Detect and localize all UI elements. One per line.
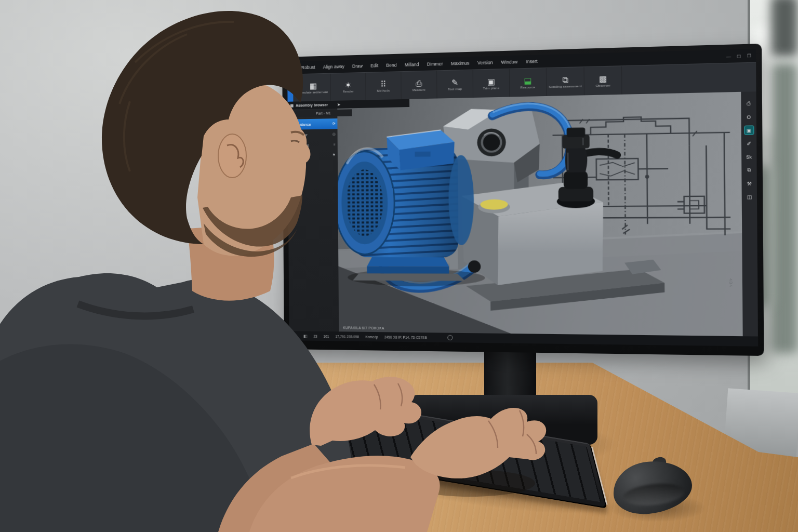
- tree-item-label: Stator: [297, 132, 308, 137]
- sync-icon: ⟳: [332, 122, 336, 126]
- status-item: 101: [324, 334, 329, 338]
- toolbar-button-label: Observer: [596, 84, 610, 87]
- right-tool-strip: ⎙ O ▣ ✐ 5k ⧉ ⚒ ◫: [741, 91, 758, 336]
- camera-icon: ⌗: [334, 142, 336, 147]
- toolbar-button-label: Measure: [413, 88, 425, 91]
- toolbar-button[interactable]: ✶Render: [331, 73, 366, 101]
- document-icon: ▤: [290, 103, 294, 108]
- toolbar-button[interactable]: ▣Trim plane: [473, 69, 510, 98]
- flag-icon: ⚑: [332, 153, 336, 157]
- part-icon: ◔: [290, 143, 295, 148]
- toolbar-button[interactable]: ⬓Resource: [510, 68, 547, 97]
- feature-tree-panel: ▣Balance⟳ •Stator◎ ◔Motors⌗ ◑Blades⚑ ◕Ba…: [288, 101, 339, 332]
- menu-item[interactable]: Edit: [370, 63, 378, 69]
- toolbar-button-label: Render: [343, 89, 354, 93]
- toolbar-button[interactable]: ▩Observer: [584, 66, 622, 95]
- menu-item[interactable]: Robust: [301, 64, 315, 70]
- restore-icon[interactable]: ❐: [747, 53, 751, 58]
- tree-item[interactable]: ◔Motors⌗: [288, 139, 338, 151]
- toolbar-button-label: Trim plane: [483, 86, 500, 90]
- toolbar-button[interactable]: ▦Simulate settlement: [296, 74, 331, 102]
- toolbar-button[interactable]: ⎙Measure: [401, 71, 437, 99]
- app-accent-strip: [287, 75, 293, 102]
- status-coordinates: 2456 X8 IP. P14. 73-C57SB: [384, 335, 427, 339]
- menu-item[interactable]: Window: [501, 59, 517, 65]
- toolbar-button-label: Methods: [377, 89, 390, 92]
- toolbar-button-label: Resource: [521, 85, 536, 89]
- status-item: 23: [313, 334, 317, 338]
- menu-item[interactable]: Align away: [323, 64, 344, 70]
- menu-item[interactable]: Insert: [526, 59, 538, 64]
- 3d-viewport[interactable]: KUPAXILA 6/7 POKOKA: [337, 92, 743, 336]
- toolbar-button-label: Sending assessment: [549, 84, 582, 88]
- status-item: Komedp: [365, 335, 378, 338]
- folder-icon[interactable]: ◧: [303, 334, 308, 338]
- part-icon: •: [290, 132, 295, 138]
- scale-icon[interactable]: 5k: [744, 153, 753, 161]
- layers-icon[interactable]: ⧉: [744, 166, 753, 174]
- target-icon: ◎: [332, 132, 335, 136]
- toolbar-button-label: Tool map: [448, 87, 462, 90]
- menu-item[interactable]: Version: [477, 60, 493, 65]
- cad-app-window: Robust Align away Draw Edit Bend Milland…: [287, 49, 758, 347]
- menu-item[interactable]: Maximus: [451, 60, 469, 66]
- layers-icon: ⧉: [562, 75, 568, 84]
- frame-icon[interactable]: ◫: [745, 193, 754, 201]
- maximize-icon[interactable]: ▢: [737, 54, 741, 59]
- cursor-arrow-icon: ➤: [337, 102, 340, 107]
- monitor: Robust Align away Draw Edit Bend Milland…: [282, 44, 764, 356]
- viewport-canvas: [337, 92, 743, 336]
- toolbar-button[interactable]: ⠿Methods: [366, 72, 401, 100]
- star-icon: ✶: [345, 81, 352, 88]
- feature-panel-tab[interactable]: Part - M1: [295, 109, 352, 117]
- toolbar-button[interactable]: ✎Tool map: [437, 70, 473, 99]
- menu-item[interactable]: Bend: [386, 62, 396, 68]
- matrix-icon: ▩: [599, 74, 607, 83]
- viewport-corner-text: KUPAXILA 6/7 POKOKA: [343, 326, 384, 330]
- highlighted-tool-icon[interactable]: ▣: [744, 126, 753, 135]
- menu-item[interactable]: Dimmer: [427, 61, 443, 67]
- tree-item-selected[interactable]: ▣Balance⟳: [288, 118, 338, 130]
- monitor-logo: 4B4: [728, 278, 734, 288]
- minimize-icon[interactable]: —: [726, 54, 731, 59]
- stamp-icon: ⎙: [416, 79, 422, 87]
- part-icon: ◕: [290, 164, 295, 169]
- tree-item-label: Base: [297, 164, 306, 168]
- feature-panel-title: Assembly browser: [296, 103, 328, 107]
- orbit-icon[interactable]: O: [744, 113, 753, 121]
- tree-item[interactable]: •Stator◎: [288, 129, 338, 140]
- grid-view-icon[interactable]: ▤: [294, 334, 298, 338]
- tools-icon[interactable]: ⚒: [745, 179, 754, 188]
- part-icon: ▣: [290, 122, 295, 127]
- status-item: 17,791 235.058: [335, 335, 359, 339]
- transform-icon: ⠿: [380, 80, 386, 88]
- tree-item-label: Balance: [297, 122, 311, 127]
- tree-item[interactable]: ◑Blades⚑: [288, 150, 338, 161]
- toolbar-button[interactable]: ⧉Sending assessment: [547, 67, 585, 96]
- clamp-icon: ⬓: [524, 76, 531, 85]
- tree-item[interactable]: ◕Base: [288, 161, 338, 171]
- tree-item-label: Motors: [297, 143, 309, 148]
- sketch-icon: ✎: [451, 78, 458, 86]
- brush-icon[interactable]: ✐: [744, 139, 753, 148]
- tree-item-label: Blades: [297, 153, 309, 158]
- grid-icon: ▦: [310, 82, 317, 89]
- window-building-blob: [771, 0, 798, 57]
- window-building-blob: [772, 62, 798, 353]
- menu-item[interactable]: Milland: [405, 62, 419, 68]
- menu-item[interactable]: Draw: [352, 63, 363, 69]
- stamp-icon[interactable]: ⎙: [744, 99, 753, 108]
- part-icon: ◑: [290, 153, 295, 158]
- app-logo-icon: [290, 64, 297, 71]
- status-indicator-icon: [447, 335, 453, 340]
- frame-icon: ▣: [487, 77, 495, 85]
- toolbar-button-label: Simulate settlement: [299, 90, 328, 94]
